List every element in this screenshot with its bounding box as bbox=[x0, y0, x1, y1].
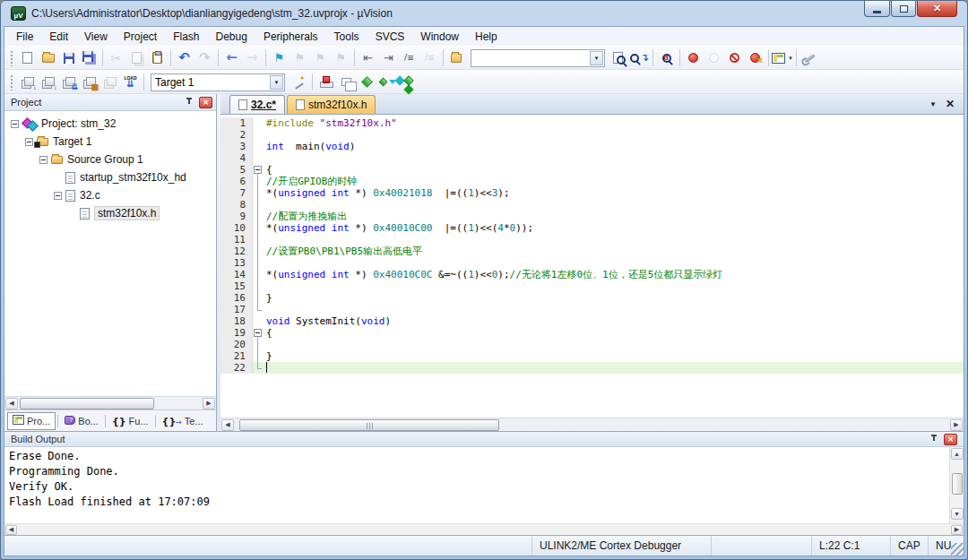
code-text[interactable]: *(unsigned int *) 0x40021018 |=((1)<<3); bbox=[264, 187, 964, 199]
line-number[interactable]: 9 bbox=[220, 211, 253, 222]
multi-project-workspace-button[interactable] bbox=[336, 72, 357, 92]
select-software-packs-button[interactable] bbox=[377, 72, 398, 92]
code-line-10[interactable]: 10*(unsigned int *) 0x40010C00 |=((1)<<(… bbox=[220, 222, 964, 234]
scroll-up-arrow[interactable]: ▲ bbox=[951, 448, 964, 460]
code-text[interactable]: //配置为推挽输出 bbox=[264, 211, 964, 222]
stop-build-button[interactable] bbox=[99, 72, 120, 92]
code-text[interactable]: } bbox=[264, 350, 964, 362]
tree-item[interactable]: Project: stm_32 bbox=[4, 115, 216, 133]
code-text[interactable] bbox=[264, 257, 964, 269]
incremental-find-button[interactable]: ↴ bbox=[629, 47, 650, 68]
editor-tab[interactable]: 32.c* bbox=[229, 95, 285, 114]
code-text[interactable] bbox=[264, 129, 964, 141]
panel-tab-books[interactable]: Bo... bbox=[60, 412, 103, 430]
menu-item-project[interactable]: Project bbox=[116, 29, 165, 45]
line-number[interactable]: 13 bbox=[220, 257, 253, 269]
tab-list-dropdown-icon[interactable]: ▼ bbox=[929, 100, 937, 108]
code-line-18[interactable]: 18void SystemInit(void) bbox=[220, 315, 964, 327]
code-line-6[interactable]: 6//开启GPIOB的时钟 bbox=[220, 176, 964, 187]
code-line-8[interactable]: 8 bbox=[220, 199, 964, 211]
code-line-20[interactable]: 20 bbox=[220, 339, 964, 350]
code-line-2[interactable]: 2 bbox=[220, 129, 964, 141]
code-line-9[interactable]: 9//配置为推挽输出 bbox=[220, 211, 964, 222]
toolbar-grip[interactable] bbox=[10, 50, 14, 66]
line-number[interactable]: 4 bbox=[220, 152, 253, 164]
disable-all-breakpoints-button[interactable] bbox=[724, 47, 745, 68]
line-number[interactable]: 14 bbox=[220, 269, 253, 280]
menu-item-view[interactable]: View bbox=[76, 29, 116, 45]
find-button[interactable]: d bbox=[656, 47, 677, 68]
code-line-19[interactable]: 19{ bbox=[220, 327, 964, 339]
copy-button[interactable] bbox=[126, 47, 147, 68]
line-number[interactable]: 1 bbox=[220, 117, 253, 129]
line-number[interactable]: 19 bbox=[220, 327, 253, 339]
scroll-right-arrow[interactable]: ▶ bbox=[951, 525, 963, 535]
code-text[interactable]: } bbox=[264, 292, 964, 304]
code-line-7[interactable]: 7*(unsigned int *) 0x40021018 |=((1)<<3)… bbox=[220, 187, 964, 199]
target-select[interactable]: Target 1▼ bbox=[151, 73, 285, 91]
menu-item-debug[interactable]: Debug bbox=[208, 29, 255, 45]
minimize-button[interactable] bbox=[864, 1, 890, 17]
paste-button[interactable] bbox=[147, 47, 168, 68]
bookmark-clear-button[interactable]: ⚑ bbox=[331, 47, 351, 68]
translate-button[interactable]: ↓ bbox=[17, 72, 38, 92]
nav-forward-button[interactable]: → bbox=[242, 47, 263, 68]
fold-collapse-icon[interactable] bbox=[254, 166, 262, 174]
code-text[interactable]: void SystemInit(void) bbox=[264, 315, 964, 327]
resize-grip[interactable] bbox=[951, 543, 964, 556]
bookmark-prev-button[interactable]: ⚑ bbox=[290, 47, 310, 68]
window-layout-button[interactable]: ▼ bbox=[772, 47, 793, 68]
code-text[interactable]: *(unsigned int *) 0x40010C0C &=~((1)<<0)… bbox=[264, 269, 964, 280]
code-line-4[interactable]: 4 bbox=[220, 152, 964, 164]
search-combobox[interactable]: ▼ bbox=[471, 49, 605, 67]
open-file-button[interactable] bbox=[38, 47, 58, 68]
menu-item-tools[interactable]: Tools bbox=[326, 29, 367, 45]
tree-item[interactable]: 32.c bbox=[4, 186, 216, 204]
line-number[interactable]: 18 bbox=[220, 315, 253, 327]
tree-expander[interactable] bbox=[39, 156, 48, 164]
code-line-22[interactable]: 22 bbox=[220, 362, 964, 374]
code-line-14[interactable]: 14*(unsigned int *) 0x40010C0C &=~((1)<<… bbox=[220, 269, 964, 280]
line-number[interactable]: 22 bbox=[220, 362, 253, 374]
line-number[interactable]: 10 bbox=[220, 222, 253, 234]
line-number[interactable]: 8 bbox=[220, 199, 253, 211]
menu-item-svcs[interactable]: SVCS bbox=[367, 29, 413, 45]
scroll-right-arrow[interactable]: ▶ bbox=[950, 419, 963, 431]
bookmark-button[interactable]: ⚑ bbox=[269, 47, 290, 68]
insert-breakpoint-button[interactable] bbox=[683, 47, 704, 68]
menu-item-flash[interactable]: Flash bbox=[165, 29, 207, 45]
manage-run-time-environment-button[interactable] bbox=[398, 72, 419, 92]
tree-expander[interactable] bbox=[54, 192, 62, 200]
panel-tab-templates[interactable]: {}→Te... bbox=[158, 412, 208, 430]
code-text[interactable]: //设置PB0\PB1\PB5输出高低电平 bbox=[264, 246, 964, 257]
configure-button[interactable] bbox=[799, 47, 820, 68]
line-number[interactable]: 5 bbox=[220, 164, 253, 176]
tree-item-label[interactable]: Target 1 bbox=[53, 135, 91, 148]
batch-build-button[interactable]: ▦ bbox=[79, 72, 99, 92]
comment-button[interactable]: /≡ bbox=[399, 47, 419, 68]
code-line-5[interactable]: 5{ bbox=[220, 164, 964, 176]
indent-right-button[interactable]: ⇥ bbox=[378, 47, 399, 68]
build-button[interactable]: ↓ bbox=[38, 72, 58, 92]
scroll-left-arrow[interactable]: ◀ bbox=[221, 419, 234, 431]
dropdown-arrow-icon[interactable]: ▼ bbox=[590, 51, 603, 65]
tree-item[interactable]: stm32f10x.h bbox=[4, 204, 216, 222]
code-line-13[interactable]: 13 bbox=[220, 257, 964, 269]
indent-left-button[interactable]: ⇤ bbox=[358, 47, 378, 68]
code-text[interactable]: //开启GPIOB的时钟 bbox=[264, 176, 964, 187]
toolbar-grip[interactable] bbox=[10, 74, 14, 90]
find-in-files-button[interactable] bbox=[609, 47, 629, 68]
tree-item[interactable]: startup_stm32f10x_hd bbox=[4, 168, 216, 186]
build-output-text[interactable]: Erase Done.Programming Done.Verify OK.Fl… bbox=[4, 447, 949, 523]
menu-item-file[interactable]: File bbox=[8, 29, 41, 45]
code-line-17[interactable]: 17 bbox=[220, 304, 964, 315]
code-line-11[interactable]: 11 bbox=[220, 234, 964, 246]
code-text[interactable] bbox=[264, 304, 964, 315]
code-text[interactable] bbox=[264, 199, 964, 211]
line-number[interactable]: 3 bbox=[220, 141, 253, 152]
pin-icon[interactable] bbox=[930, 435, 938, 444]
restore-button[interactable] bbox=[891, 1, 916, 17]
pack-installer-button[interactable] bbox=[357, 72, 377, 92]
scroll-right-arrow[interactable]: ▶ bbox=[203, 398, 215, 409]
scroll-left-arrow[interactable]: ◀ bbox=[5, 398, 18, 409]
